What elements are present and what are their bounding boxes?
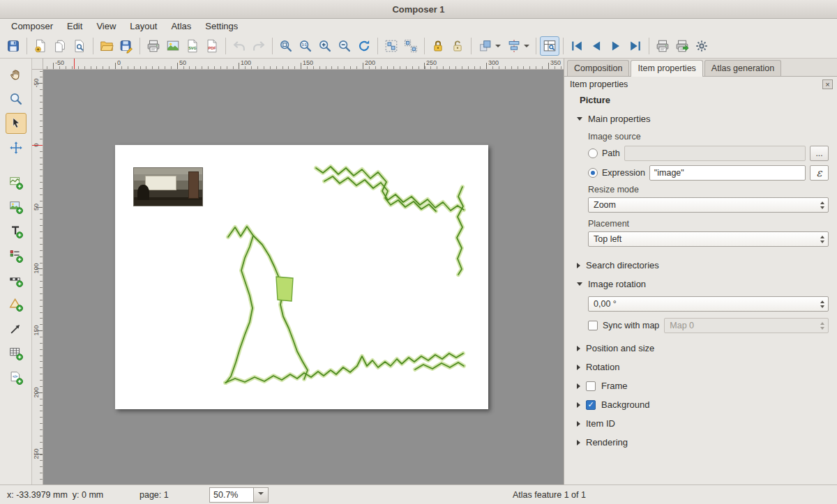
menu-atlas[interactable]: Atlas (164, 20, 198, 33)
browse-button[interactable]: ... (810, 146, 829, 161)
section-rotation[interactable]: Rotation (573, 358, 830, 376)
atlas-settings-button[interactable] (692, 36, 711, 56)
section-main-properties[interactable]: Main properties (573, 109, 830, 128)
rotation-spinbox[interactable]: 0,00 ° (588, 296, 829, 312)
zoom-level-combo[interactable]: 50.7% (209, 487, 269, 503)
menu-settings[interactable]: Settings (198, 20, 245, 33)
zoom-dropdown-button[interactable] (254, 487, 269, 503)
close-dock-button[interactable]: × (822, 79, 833, 89)
dock-title-bar: Item properties × (564, 77, 837, 92)
path-radio[interactable] (588, 148, 598, 158)
menu-bar: ComposerEditViewLayoutAtlasSettings (0, 19, 837, 33)
right-dock: CompositionItem propertiesAtlas generati… (564, 59, 837, 484)
first-feature-button[interactable] (567, 36, 587, 56)
zoom-composer-button[interactable] (6, 89, 27, 109)
add-new-scalebar-button[interactable] (6, 270, 27, 291)
pan-composer-button[interactable] (6, 64, 27, 85)
section-rendering[interactable]: Rendering (573, 433, 830, 452)
composer-canvas[interactable]: -50050100150200250300350 -50050100150200… (32, 59, 564, 484)
section-frame[interactable]: Frame (573, 376, 830, 395)
path-input[interactable] (624, 146, 806, 161)
section-position-and-size[interactable]: Position and size (573, 339, 830, 358)
section-item-id[interactable]: Item ID (573, 414, 830, 433)
print-atlas-button[interactable] (653, 36, 672, 56)
previous-feature-button[interactable] (587, 36, 606, 56)
next-feature-button[interactable] (606, 36, 626, 56)
menu-composer[interactable]: Composer (4, 20, 60, 33)
tab-atlas-generation[interactable]: Atlas generation (704, 60, 781, 76)
section-search-directories[interactable]: Search directories (573, 256, 830, 275)
zoom-level-input[interactable]: 50.7% (209, 487, 254, 503)
hand-icon (8, 67, 24, 82)
menu-view[interactable]: View (89, 20, 123, 33)
add-scalebar-icon (8, 273, 24, 288)
nav-prev-icon (589, 38, 604, 54)
dock-tab-bar: CompositionItem propertiesAtlas generati… (564, 59, 837, 77)
add-html-frame-button[interactable]: </> (6, 367, 27, 388)
item-properties-content: Main properties Image source Path ... Ex… (564, 108, 837, 484)
map-select-combo[interactable]: Map 0 (664, 318, 829, 333)
tab-item-properties[interactable]: Item properties (631, 60, 702, 77)
refresh-view-button[interactable] (354, 36, 374, 56)
export-as-image-button[interactable] (163, 36, 183, 56)
save-project-button[interactable] (3, 36, 23, 56)
unlock-icon (450, 38, 465, 54)
load-from-template-button[interactable] (97, 36, 116, 56)
nav-last-icon (628, 38, 643, 54)
add-new-label-button[interactable] (6, 221, 27, 242)
section-background[interactable]: ✓Background (573, 395, 830, 414)
duplicate-composition-button[interactable] (50, 36, 70, 56)
expression-radio[interactable] (588, 168, 598, 178)
export-as-pdf-button[interactable]: PDF (202, 36, 222, 56)
background-checkbox[interactable]: ✓ (586, 400, 596, 410)
lock-selected-items-button[interactable] (428, 36, 448, 56)
ungroup-items-button[interactable] (401, 36, 421, 56)
add-new-map-button[interactable] (6, 172, 27, 193)
align-icon (506, 38, 522, 54)
cursor-position-marker (32, 145, 43, 146)
add-basic-shape-button[interactable] (6, 294, 27, 315)
section-image-rotation[interactable]: Image rotation (573, 275, 830, 293)
status-bar: x: -33.3979 mm y: 0 mm page: 1 50.7% Atl… (0, 484, 837, 504)
preview-atlas-button[interactable] (540, 36, 559, 56)
new-composition-button[interactable] (31, 36, 50, 56)
move-item-content-button[interactable] (6, 137, 27, 158)
add-shape-icon (8, 297, 24, 312)
print-composition-button[interactable] (144, 36, 163, 56)
align-items-button[interactable] (504, 36, 532, 56)
zoom-full-button[interactable] (276, 36, 296, 56)
undo-button[interactable] (229, 36, 249, 56)
export-atlas-button[interactable] (672, 36, 692, 56)
select-move-item-button[interactable] (6, 113, 27, 134)
expression-input[interactable]: "image" (649, 165, 806, 181)
sync-with-map-label: Sync with map (603, 321, 659, 330)
placement-label: Placement (588, 219, 829, 229)
canvas-viewport[interactable] (43, 70, 564, 484)
add-arrow-button[interactable] (6, 319, 27, 339)
frame-checkbox[interactable] (586, 381, 596, 391)
expression-builder-button[interactable]: ε (810, 165, 829, 181)
sync-with-map-checkbox[interactable] (588, 321, 598, 330)
resize-mode-combo[interactable]: Zoom (588, 197, 829, 213)
zoom-in-button[interactable] (315, 36, 335, 56)
picture-item[interactable] (133, 167, 203, 206)
last-feature-button[interactable] (626, 36, 645, 56)
add-attribute-table-button[interactable] (6, 343, 27, 364)
zoom-actual-size-button[interactable]: 1:1 (296, 36, 315, 56)
add-image-button[interactable] (6, 197, 27, 217)
export-as-svg-button[interactable]: SVG (183, 36, 202, 56)
tab-composition[interactable]: Composition (567, 60, 629, 76)
highlighted-feature (276, 277, 293, 301)
raise-selected-items-button[interactable] (475, 36, 504, 56)
zoom-out-button[interactable] (335, 36, 354, 56)
redo-button[interactable] (249, 36, 269, 56)
placement-combo[interactable]: Top left (588, 231, 829, 247)
composition-page[interactable] (115, 145, 488, 409)
menu-layout[interactable]: Layout (123, 20, 164, 33)
add-new-legend-button[interactable] (6, 245, 27, 266)
save-as-template-button[interactable] (116, 36, 136, 56)
unlock-all-items-button[interactable] (448, 36, 467, 56)
menu-edit[interactable]: Edit (60, 20, 89, 33)
group-items-button[interactable] (382, 36, 401, 56)
composer-manager-button[interactable] (70, 36, 89, 56)
